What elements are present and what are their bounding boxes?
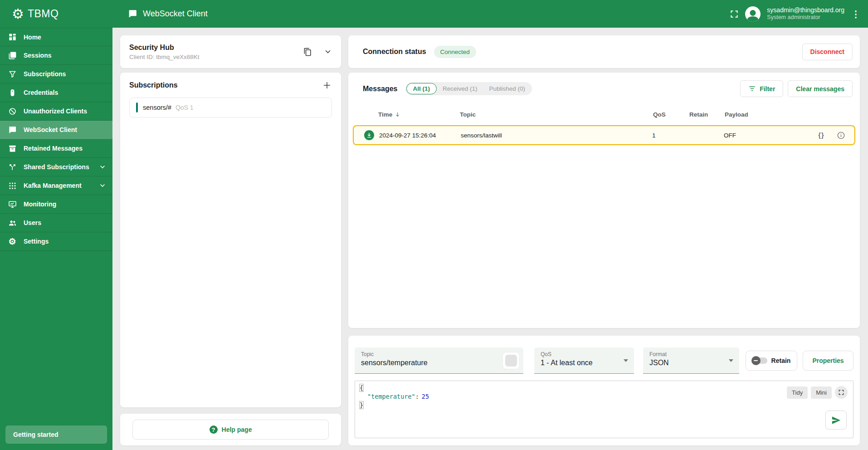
tab-all[interactable]: All (1) — [406, 83, 437, 94]
messages-card: Messages All (1) Received (1) Published … — [348, 73, 860, 328]
getting-started-button[interactable]: Getting started — [5, 426, 107, 444]
sidebar-item-kafka-management[interactable]: Kafka Management — [0, 176, 112, 195]
view-json-button[interactable]: {} — [818, 132, 824, 139]
info-icon[interactable] — [833, 131, 849, 140]
tidy-button[interactable]: Tidy — [787, 386, 808, 399]
column-time-label: Time — [378, 111, 392, 118]
chevron-down-icon — [729, 359, 733, 362]
sidebar-item-users[interactable]: Users — [0, 214, 112, 232]
filter-label: Filter — [760, 85, 775, 93]
format-select[interactable]: Format JSON — [643, 347, 739, 374]
column-topic[interactable]: Topic — [460, 111, 653, 118]
top-header: WebSocket Client sysadmin@thingsboard.or… — [112, 0, 868, 28]
qos-select[interactable]: QoS 1 - At least once — [534, 347, 634, 374]
help-question-icon — [210, 426, 218, 434]
column-qos[interactable]: QoS — [653, 111, 689, 118]
publish-card: Topic sensors/temperature QoS 1 - At lea… — [348, 336, 860, 445]
chevron-down-icon[interactable] — [99, 182, 106, 189]
sidebar-item-unauthorized-clients[interactable]: Unauthorized Clients — [0, 102, 112, 121]
subscription-item[interactable]: sensors/# QoS 1 — [129, 98, 332, 117]
filter-button[interactable]: Filter — [740, 80, 783, 97]
topic-color-button[interactable] — [502, 352, 520, 369]
tbmq-logo-text: TBMQ — [28, 8, 59, 20]
message-time: 2024-09-27 15:26:04 — [379, 132, 461, 139]
sidebar-item-retained-messages[interactable]: Retained Messages — [0, 139, 112, 158]
clear-messages-button[interactable]: Clear messages — [788, 80, 853, 97]
sidebar-item-settings[interactable]: Settings — [0, 232, 112, 251]
sidebar-item-credentials[interactable]: Credentials — [0, 83, 112, 102]
received-message-icon — [364, 130, 374, 140]
tab-received[interactable]: Received (1) — [437, 83, 483, 94]
message-qos: 1 — [652, 132, 688, 139]
column-retain[interactable]: Retain — [689, 111, 725, 118]
sidebar-item-monitoring[interactable]: Monitoring — [0, 195, 112, 214]
left-column: Security Hub Client ID: tbmq_veXx88Kt Su… — [120, 35, 341, 445]
sidebar-item-subscriptions[interactable]: Subscriptions — [0, 65, 112, 83]
sidebar-item-label: Subscriptions — [24, 70, 66, 78]
sidebar-item-label: Shared Subscriptions — [24, 163, 89, 171]
block-icon — [8, 107, 17, 116]
message-row[interactable]: 2024-09-27 15:26:04 sensors/lastwill 1 O… — [353, 125, 855, 145]
chat-bubble-icon — [8, 125, 17, 134]
users-icon — [8, 218, 17, 227]
chevron-down-icon[interactable] — [99, 163, 106, 171]
add-subscription-icon[interactable] — [322, 80, 332, 90]
disconnect-button[interactable]: Disconnect — [802, 44, 853, 60]
editor-close-brace: } — [360, 401, 363, 409]
table-header: Time Topic QoS Retain Payload — [353, 106, 855, 122]
more-menu-icon[interactable] — [851, 9, 861, 20]
chat-bubble-icon — [128, 9, 137, 19]
chevron-down-icon[interactable] — [324, 48, 332, 56]
sidebar-item-home[interactable]: Home — [0, 28, 112, 46]
editor-json-key: "temperature" — [367, 393, 415, 400]
archive-icon — [8, 144, 17, 153]
retain-toggle[interactable]: Retain — [746, 351, 797, 371]
sort-desc-icon — [395, 112, 400, 117]
messages-tab-group: All (1) Received (1) Published (0) — [405, 82, 532, 95]
column-time[interactable]: Time — [378, 111, 460, 118]
topic-field-value: sensors/temperature — [361, 359, 428, 367]
message-topic: sensors/lastwill — [461, 132, 652, 139]
help-card: Help page — [120, 414, 341, 445]
help-page-button[interactable]: Help page — [132, 420, 329, 440]
editor-json-colon: : — [415, 393, 419, 400]
sidebar-item-label: Credentials — [24, 89, 58, 96]
sidebar-item-shared-subscriptions[interactable]: Shared Subscriptions — [0, 158, 112, 176]
mini-button[interactable]: Mini — [811, 386, 832, 399]
sidebar-item-websocket-client[interactable]: WebSocket Client — [0, 121, 112, 139]
qos-select-label: QoS — [541, 351, 593, 357]
copy-icon[interactable] — [303, 48, 312, 56]
sessions-icon — [8, 51, 17, 60]
sidebar-item-label: Monitoring — [24, 201, 56, 208]
content: Security Hub Client ID: tbmq_veXx88Kt Su… — [112, 28, 868, 450]
format-select-value: JSON — [649, 359, 669, 367]
call-split-icon — [8, 162, 17, 171]
gear-icon — [8, 237, 17, 246]
format-select-label: Format — [649, 351, 669, 357]
user-email: sysadmin@thingsboard.org — [767, 6, 844, 15]
column-payload[interactable]: Payload — [725, 111, 811, 118]
subscription-qos: QoS 1 — [176, 104, 194, 111]
send-message-button[interactable] — [825, 411, 847, 430]
tab-published[interactable]: Published (0) — [483, 83, 532, 94]
properties-button[interactable]: Properties — [803, 351, 853, 371]
editor-open-brace: { — [360, 384, 363, 391]
tbmq-logo-icon — [12, 7, 24, 21]
topic-field[interactable]: Topic sensors/temperature — [355, 347, 523, 374]
monitor-icon — [8, 200, 17, 209]
payload-editor[interactable]: { "temperature":25 } Tidy Mini — [355, 381, 853, 438]
tbmq-logo[interactable]: TBMQ — [0, 0, 112, 28]
qos-select-value: 1 - At least once — [541, 359, 593, 367]
message-payload: OFF — [724, 132, 810, 139]
user-info[interactable]: sysadmin@thingsboard.org System administ… — [767, 6, 844, 21]
avatar[interactable] — [745, 6, 761, 22]
sidebar-item-label: Sessions — [24, 52, 51, 59]
sidebar-item-label: Home — [24, 34, 41, 41]
toggle-off-icon — [752, 357, 767, 364]
sidebar-item-label: Unauthorized Clients — [24, 108, 87, 115]
sidebar-item-sessions[interactable]: Sessions — [0, 46, 112, 65]
filter-list-icon — [748, 85, 756, 93]
fullscreen-icon[interactable] — [730, 10, 739, 19]
help-page-label: Help page — [222, 426, 252, 433]
editor-fullscreen-icon[interactable] — [835, 386, 848, 399]
